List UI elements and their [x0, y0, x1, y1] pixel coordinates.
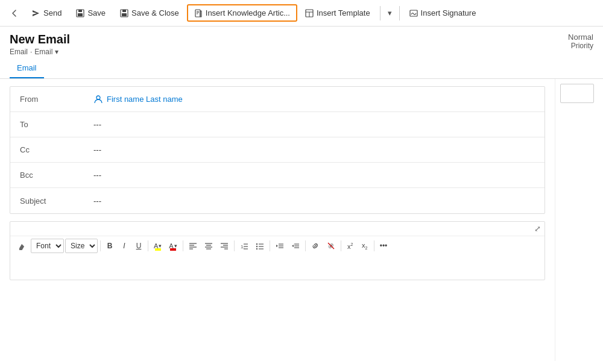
- editor-divider-7: [341, 240, 341, 251]
- bold-button[interactable]: B: [103, 240, 116, 252]
- indent-increase-button[interactable]: [288, 240, 303, 251]
- insert-knowledge-button[interactable]: Insert Knowledge Artic...: [187, 4, 297, 22]
- save-close-button[interactable]: Save & Close: [113, 5, 186, 21]
- editor-toolbar: Font Size B I U: [10, 236, 545, 256]
- right-panel: [555, 79, 603, 361]
- back-icon: [10, 8, 19, 18]
- ul-icon: [256, 242, 264, 249]
- editor-divider-6: [305, 240, 306, 251]
- from-person[interactable]: First name Last name: [93, 95, 540, 104]
- page-subtitle: Email · Email ▾: [10, 48, 70, 56]
- insert-signature-button[interactable]: Insert Signature: [403, 5, 483, 21]
- save-close-label: Save & Close: [131, 8, 179, 17]
- insert-knowledge-label: Insert Knowledge Artic...: [206, 8, 290, 17]
- editor-divider-5: [270, 240, 270, 251]
- to-row: To ---: [10, 112, 545, 137]
- indent-decrease-button[interactable]: [273, 240, 287, 251]
- indent-increase-icon: [291, 242, 300, 249]
- expand-icon: ⤢: [534, 224, 541, 233]
- from-value: First name Last name: [89, 89, 545, 110]
- align-center-button[interactable]: [201, 240, 216, 251]
- subtitle-chevron-icon[interactable]: ▾: [55, 48, 58, 56]
- toolbar-divider-1: [380, 6, 380, 20]
- clear-format-button[interactable]: [15, 240, 30, 252]
- svg-rect-2: [78, 13, 83, 16]
- svg-point-15: [96, 96, 100, 99]
- underline-label: U: [136, 242, 142, 250]
- subtitle-dot: ·: [30, 48, 32, 56]
- subtitle-text: Email: [10, 48, 28, 56]
- size-select[interactable]: Size: [65, 239, 98, 253]
- right-panel-box: [560, 84, 594, 103]
- font-select[interactable]: Font: [31, 239, 64, 253]
- page-title: New Email: [10, 33, 70, 46]
- person-icon: [93, 95, 103, 104]
- unordered-list-button[interactable]: [253, 240, 267, 251]
- align-right-button[interactable]: [217, 240, 232, 251]
- knowledge-icon: [194, 9, 203, 17]
- insert-link-button[interactable]: [308, 240, 323, 252]
- italic-label: I: [123, 242, 125, 250]
- signature-icon: [409, 9, 418, 17]
- cc-value[interactable]: ---: [89, 139, 545, 160]
- more-options-button[interactable]: •••: [377, 240, 391, 252]
- editor-divider-2: [148, 240, 148, 251]
- svg-rect-14: [410, 10, 417, 16]
- remove-link-button[interactable]: [324, 240, 338, 252]
- svg-rect-4: [122, 10, 126, 12]
- subject-row: Subject ---: [10, 188, 545, 213]
- from-name: First name Last name: [107, 95, 183, 104]
- subtitle-type: Email: [34, 48, 52, 56]
- link-icon: [311, 242, 320, 250]
- svg-point-36: [256, 246, 257, 247]
- cc-row: Cc ---: [10, 137, 545, 163]
- ordered-list-button[interactable]: 1.: [237, 240, 251, 251]
- tab-email[interactable]: Email: [10, 58, 44, 78]
- align-left-button[interactable]: [186, 240, 200, 251]
- highlight-color-bar: [155, 248, 161, 251]
- svg-rect-18: [170, 248, 176, 251]
- svg-rect-17: [155, 248, 161, 251]
- align-right-icon: [220, 242, 229, 249]
- highlight-button[interactable]: A ▾: [151, 240, 165, 251]
- subject-value[interactable]: ---: [89, 190, 545, 212]
- align-left-icon: [189, 242, 197, 249]
- bold-label: B: [107, 242, 113, 250]
- email-section: From First name Last name To ---: [0, 79, 555, 361]
- priority-value: Normal: [568, 33, 593, 42]
- font-color-bar: [170, 248, 176, 251]
- dropdown-arrow-btn[interactable]: ▾: [384, 5, 396, 21]
- save-close-icon: [120, 9, 128, 17]
- superscript-icon: x2: [347, 242, 353, 250]
- subscript-icon: x2: [362, 242, 367, 250]
- editor-divider-3: [183, 240, 183, 251]
- to-value[interactable]: ---: [89, 114, 545, 135]
- email-form: From First name Last name To ---: [10, 86, 545, 214]
- insert-signature-label: Insert Signature: [421, 8, 476, 17]
- unlink-icon: [327, 242, 335, 250]
- font-color-button[interactable]: A ▾: [166, 240, 180, 251]
- subject-label: Subject: [10, 190, 89, 212]
- superscript-button[interactable]: x2: [344, 240, 357, 252]
- template-icon: [305, 9, 314, 17]
- bcc-label: Bcc: [10, 165, 89, 186]
- expand-button[interactable]: ⤢: [10, 222, 545, 236]
- main-toolbar: Send Save Save & Close Insert Knowledge …: [0, 0, 603, 27]
- insert-template-button[interactable]: Insert Template: [298, 5, 377, 21]
- send-button[interactable]: Send: [25, 5, 68, 21]
- svg-point-35: [256, 243, 257, 245]
- save-label: Save: [87, 8, 106, 17]
- from-row: From First name Last name: [10, 87, 545, 112]
- bcc-value[interactable]: ---: [89, 165, 545, 186]
- indent-decrease-icon: [276, 242, 284, 249]
- italic-button[interactable]: I: [118, 240, 131, 252]
- from-label: From: [10, 89, 89, 110]
- subscript-button[interactable]: x2: [358, 240, 371, 252]
- editor-divider-8: [374, 240, 374, 251]
- page-header: New Email Email · Email ▾ Normal Priorit…: [0, 27, 603, 58]
- bcc-row: Bcc ---: [10, 163, 545, 188]
- save-button[interactable]: Save: [69, 5, 112, 21]
- back-button[interactable]: [5, 4, 24, 23]
- underline-button[interactable]: U: [132, 240, 145, 252]
- svg-rect-6: [195, 10, 200, 17]
